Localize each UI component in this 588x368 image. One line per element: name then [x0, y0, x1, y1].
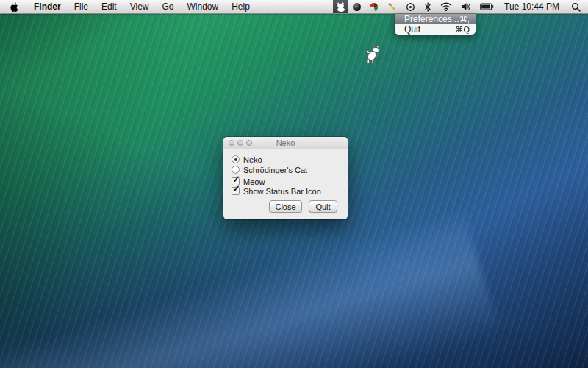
radio-row-schrodingers-cat: Schrödinger's Cat	[232, 165, 307, 174]
radio-schrodingers-cat[interactable]	[232, 166, 240, 174]
color-wheel-icon	[370, 3, 378, 11]
flashlight-icon	[387, 1, 397, 12]
neko-status-menu: Preferences... ⌘, Quit ⌘Q	[395, 14, 476, 35]
status-item-battery[interactable]	[476, 0, 498, 13]
menu-bar-clock[interactable]: Tue 10:44 PM	[498, 0, 565, 13]
status-item-spotlight[interactable]	[565, 0, 588, 13]
menu-item-quit-shortcut: ⌘Q	[455, 25, 470, 35]
quit-button[interactable]: Quit	[309, 200, 337, 213]
menu-item-preferences-label: Preferences...	[404, 14, 459, 24]
window-title: Neko	[276, 138, 295, 147]
window-title-bar[interactable]: Neko	[223, 137, 348, 149]
status-item-bluetooth[interactable]	[420, 0, 436, 13]
status-item-color-app[interactable]	[365, 0, 382, 13]
status-item-volume[interactable]	[456, 0, 476, 13]
menu-bar: Finder File Edit View Go Window Help	[0, 0, 588, 14]
menu-item-preferences[interactable]: Preferences... ⌘,	[395, 14, 476, 24]
checkbox-show-status-bar-icon[interactable]: ✓	[232, 187, 240, 195]
zoom-window-button[interactable]	[246, 140, 252, 146]
battery-icon	[480, 3, 494, 10]
menu-file[interactable]: File	[68, 0, 95, 13]
menu-edit[interactable]: Edit	[95, 0, 123, 13]
record-circle-icon	[406, 2, 415, 12]
status-item-flashlight[interactable]	[382, 0, 401, 13]
menu-bar-left: Finder File Edit View Go Window Help	[0, 0, 257, 13]
checkmark-icon: ✓	[232, 184, 240, 194]
close-window-button[interactable]	[229, 140, 234, 146]
bluetooth-icon	[424, 2, 431, 12]
menu-view[interactable]: View	[123, 0, 156, 13]
status-item-neko[interactable]	[333, 0, 348, 13]
status-item-record[interactable]	[401, 0, 420, 13]
volume-icon	[461, 2, 471, 11]
neko-window: Neko Neko Schrödinger's Cat ✓ Meow ✓ Sho…	[223, 137, 348, 219]
checkbox-show-status-bar-icon-label: Show Status Bar Icon	[243, 187, 321, 196]
dark-app-icon	[353, 3, 361, 11]
traffic-lights	[229, 140, 252, 146]
menu-window[interactable]: Window	[181, 0, 226, 13]
spotlight-icon	[571, 2, 581, 12]
status-bar: Tue 10:44 PM	[333, 0, 588, 13]
wifi-icon	[440, 2, 452, 11]
radio-neko-label: Neko	[243, 155, 262, 164]
menu-item-quit-label: Quit	[404, 24, 420, 35]
menu-help[interactable]: Help	[225, 0, 257, 13]
menu-go[interactable]: Go	[156, 0, 181, 13]
checkbox-meow-label: Meow	[243, 177, 265, 186]
close-button[interactable]: Close	[269, 200, 302, 213]
status-item-wifi[interactable]	[436, 0, 456, 13]
apple-logo-icon	[10, 1, 19, 13]
menu-item-preferences-shortcut: ⌘,	[459, 15, 470, 24]
neko-cat-icon	[336, 1, 346, 12]
radio-neko[interactable]	[232, 155, 240, 163]
menu-item-quit[interactable]: Quit ⌘Q	[395, 24, 476, 35]
radio-schrodingers-cat-label: Schrödinger's Cat	[243, 166, 307, 174]
radio-row-neko: Neko	[232, 155, 262, 164]
apple-menu[interactable]	[0, 0, 27, 13]
checkbox-row-status-bar-icon: ✓ Show Status Bar Icon	[232, 186, 321, 196]
minimize-window-button[interactable]	[237, 140, 243, 146]
status-item-dark-app[interactable]	[348, 0, 365, 13]
menu-finder[interactable]: Finder	[27, 0, 68, 13]
neko-cat-sprite	[365, 44, 382, 68]
